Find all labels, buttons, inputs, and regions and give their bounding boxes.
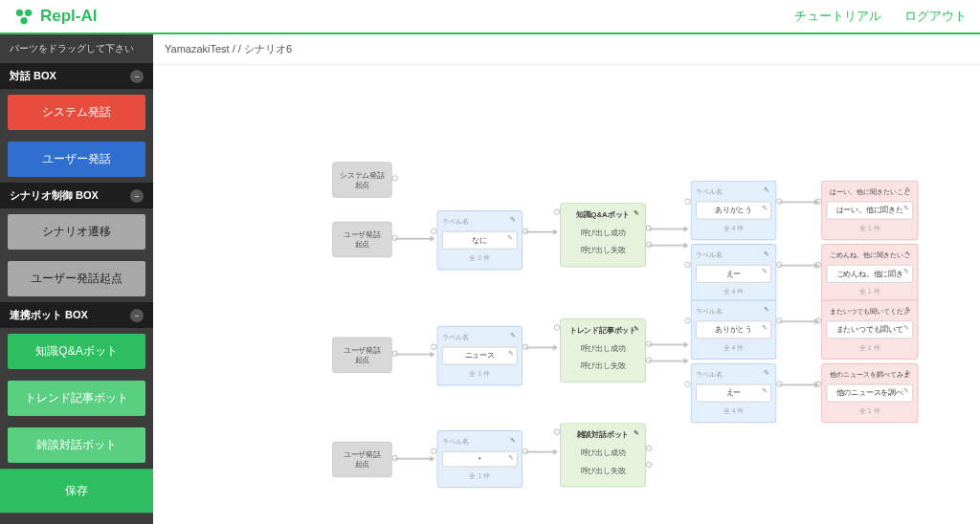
- count-label: 全 4 件: [696, 340, 771, 353]
- reply-value[interactable]: えー✎: [696, 384, 771, 403]
- breadcrumb: YamazakiTest / / シナリオ6: [153, 34, 980, 65]
- system-utterance-node[interactable]: ごめんね。他に聞きたいこ✎ ごめんね。他に聞き✎ 全 1 件: [821, 244, 918, 303]
- edit-icon[interactable]: ✎: [764, 369, 769, 377]
- call-failure: 呼び出し失敗: [566, 463, 641, 479]
- edit-icon[interactable]: ✎: [764, 306, 769, 314]
- topbar: Repl-AI チュートリアル ログアウト: [0, 0, 980, 34]
- call-failure: 呼び出し失敗: [566, 243, 641, 259]
- call-success: 呼び出し成功: [566, 340, 641, 357]
- origin-node[interactable]: システム発話起点: [332, 162, 391, 197]
- edit-icon[interactable]: ✎: [905, 306, 911, 314]
- count-label: 全 1 件: [442, 469, 518, 481]
- palette-user-origin[interactable]: ユーザー発話起点: [8, 261, 145, 296]
- system-utterance-node[interactable]: またいつでも聞いてくださ✎ またいつでも聞いて✎ 全 1 件: [821, 300, 918, 360]
- call-success: 呼び出し成功: [566, 225, 641, 241]
- edit-icon[interactable]: ✎: [905, 186, 911, 194]
- edit-icon[interactable]: ✎: [903, 324, 909, 332]
- count-label: 全 1 件: [827, 221, 913, 233]
- edit-icon[interactable]: ✎: [510, 436, 516, 444]
- count-label: 全 1 件: [827, 404, 913, 416]
- count-label: 全 4 件: [696, 404, 771, 416]
- system-value[interactable]: ごめんね。他に聞き✎: [827, 265, 913, 283]
- count-label: 全 1 件: [827, 284, 913, 296]
- edit-icon[interactable]: ✎: [508, 350, 514, 358]
- utterance-value[interactable]: なに✎: [442, 231, 518, 250]
- call-success: 呼び出し成功: [566, 445, 641, 461]
- origin-node[interactable]: ユーザ発話起点: [332, 442, 391, 477]
- flow-area[interactable]: システム発話起点ユーザ発話起点ユーザ発話起点ユーザ発話起点ラベル名✎ なに✎ 全…: [153, 61, 980, 509]
- sidebar-section-bots[interactable]: 連携ボット BOX –: [0, 302, 153, 328]
- top-nav: チュートリアル ログアウト: [794, 8, 967, 25]
- collapse-icon[interactable]: –: [130, 189, 144, 203]
- edit-icon[interactable]: ✎: [762, 324, 768, 332]
- utterance-value[interactable]: *✎: [442, 451, 518, 467]
- system-utterance-node[interactable]: はーい。他に聞きたいこと✎ はーい。他に聞きた✎ 全 1 件: [821, 181, 918, 240]
- edit-icon[interactable]: ✎: [762, 268, 768, 275]
- edit-icon[interactable]: ✎: [903, 205, 909, 212]
- count-label: 全 4 件: [696, 284, 771, 296]
- edit-icon[interactable]: ✎: [903, 387, 909, 395]
- reply-value[interactable]: えー✎: [696, 265, 771, 283]
- svg-point-1: [25, 10, 32, 16]
- canvas[interactable]: YamazakiTest / / シナリオ6 システム発話起点ユーザ発話起点ユー…: [153, 34, 980, 524]
- call-failure: 呼び出し失敗: [566, 358, 641, 374]
- count-label: 全 1 件: [827, 340, 913, 353]
- save-button[interactable]: 保存: [0, 469, 153, 513]
- edit-icon[interactable]: ✎: [510, 216, 516, 224]
- bot-node[interactable]: 知識Q&Aボット✎ 呼び出し成功 呼び出し失敗: [560, 203, 646, 267]
- palette-trend-bot[interactable]: トレンド記事ボット: [8, 381, 145, 416]
- edit-icon[interactable]: ✎: [510, 332, 516, 339]
- save-deploy-button[interactable]: シナリオを保存して デプロイ: [0, 513, 153, 524]
- logo-icon: [13, 6, 34, 27]
- palette-system-utterance[interactable]: システム発話: [8, 95, 145, 130]
- palette-user-utterance[interactable]: ユーザー発話: [8, 142, 145, 177]
- edit-icon[interactable]: ✎: [508, 234, 514, 242]
- edit-icon[interactable]: ✎: [905, 250, 911, 257]
- user-reply-node[interactable]: ラベル名✎ ありがとう✎ 全 4 件: [691, 300, 777, 360]
- edit-icon[interactable]: ✎: [905, 369, 911, 377]
- brand-logo: Repl-AI: [13, 6, 98, 27]
- user-reply-node[interactable]: ラベル名✎ ありがとう✎ 全 4 件: [691, 181, 777, 240]
- count-label: 全 2 件: [442, 251, 518, 263]
- collapse-icon[interactable]: –: [130, 70, 144, 83]
- nav-logout[interactable]: ログアウト: [904, 8, 967, 25]
- edit-icon[interactable]: ✎: [764, 250, 769, 257]
- sidebar: パーツをドラッグして下さい 対話 BOX – システム発話 ユーザー発話 シナリ…: [0, 34, 153, 524]
- system-value[interactable]: はーい。他に聞きた✎: [827, 202, 913, 220]
- edit-icon[interactable]: ✎: [634, 324, 639, 332]
- edit-icon[interactable]: ✎: [762, 387, 768, 395]
- system-value[interactable]: またいつでも聞いて✎: [827, 320, 913, 338]
- svg-point-0: [16, 10, 23, 16]
- nav-tutorial[interactable]: チュートリアル: [794, 8, 881, 25]
- edit-icon[interactable]: ✎: [634, 429, 639, 437]
- palette-chitchat-bot[interactable]: 雑談対話ボット: [8, 427, 145, 463]
- palette-kb-bot[interactable]: 知識Q&Aボット: [8, 334, 145, 369]
- reply-value[interactable]: ありがとう✎: [696, 320, 771, 338]
- bot-node[interactable]: トレンド記事ボット✎ 呼び出し成功 呼び出し失敗: [560, 318, 646, 382]
- bot-node[interactable]: 雑談対話ボット✎ 呼び出し成功 呼び出し失敗: [560, 423, 646, 487]
- user-reply-node[interactable]: ラベル名✎ えー✎ 全 4 件: [691, 363, 777, 423]
- sidebar-hint: パーツをドラッグして下さい: [0, 34, 153, 63]
- system-value[interactable]: 他のニュースを調べ✎: [827, 384, 913, 403]
- origin-node[interactable]: ユーザ発話起点: [332, 222, 391, 257]
- count-label: 全 1 件: [442, 366, 518, 379]
- palette-scenario-transition[interactable]: シナリオ遷移: [8, 214, 145, 250]
- user-utterance-node[interactable]: ラベル名✎ *✎ 全 1 件: [436, 430, 523, 488]
- user-utterance-node[interactable]: ラベル名✎ ニュース✎ 全 1 件: [436, 326, 523, 385]
- edit-icon[interactable]: ✎: [634, 208, 639, 216]
- collapse-icon[interactable]: –: [130, 309, 144, 322]
- utterance-value[interactable]: ニュース✎: [442, 347, 518, 365]
- brand-text: Repl-AI: [40, 7, 98, 26]
- system-utterance-node[interactable]: 他のニュースを調べてみま✎ 他のニュースを調べ✎ 全 1 件: [821, 363, 918, 423]
- edit-icon[interactable]: ✎: [508, 454, 514, 462]
- user-reply-node[interactable]: ラベル名✎ えー✎ 全 4 件: [691, 244, 777, 303]
- sidebar-section-scenario[interactable]: シナリオ制御 BOX –: [0, 183, 153, 208]
- reply-value[interactable]: ありがとう✎: [696, 202, 771, 220]
- edit-icon[interactable]: ✎: [764, 186, 769, 194]
- edit-icon[interactable]: ✎: [903, 268, 909, 275]
- edit-icon[interactable]: ✎: [762, 205, 768, 212]
- origin-node[interactable]: ユーザ発話起点: [332, 338, 391, 373]
- user-utterance-node[interactable]: ラベル名✎ なに✎ 全 2 件: [436, 210, 523, 270]
- count-label: 全 4 件: [696, 221, 771, 233]
- sidebar-section-dialog[interactable]: 対話 BOX –: [0, 63, 153, 89]
